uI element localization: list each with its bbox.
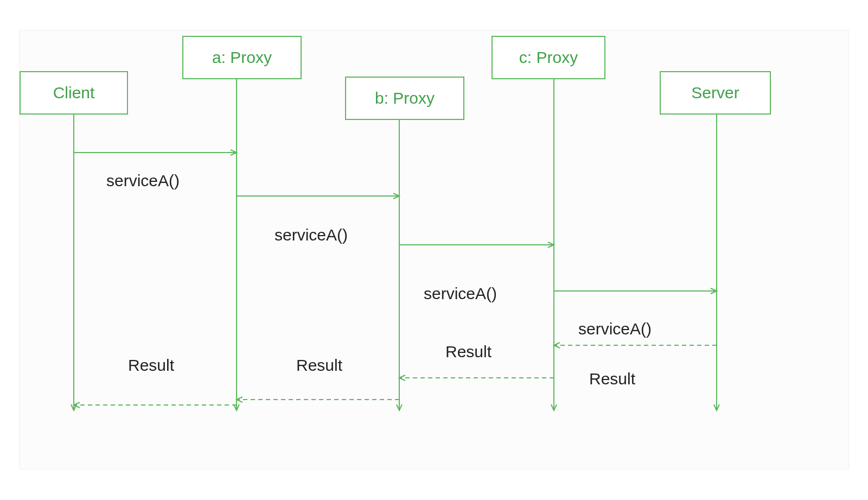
participant-proxy-b-label: b: Proxy — [375, 89, 435, 107]
message-label-r4: Result — [589, 370, 635, 388]
message-label-r3: Result — [445, 343, 492, 361]
message-label-m2: serviceA() — [275, 226, 348, 244]
message-label-r2: Result — [296, 356, 342, 375]
message-label-m1: serviceA() — [106, 172, 180, 190]
participant-proxy-c-label: c: Proxy — [519, 48, 578, 67]
participant-proxy-c: c: Proxy — [492, 36, 605, 79]
message-label-m4: serviceA() — [578, 320, 652, 338]
participant-server-label: Server — [691, 84, 739, 102]
participant-client: Client — [20, 71, 128, 115]
participant-proxy-b: b: Proxy — [345, 77, 464, 120]
diagram-canvas: Client a: Proxy b: Proxy c: Proxy Server… — [19, 30, 849, 470]
message-label-r1: Result — [128, 356, 174, 375]
participant-proxy-a: a: Proxy — [182, 36, 302, 79]
participant-server: Server — [660, 71, 771, 115]
message-label-m3: serviceA() — [424, 284, 497, 303]
participant-client-label: Client — [53, 84, 95, 102]
participant-proxy-a-label: a: Proxy — [212, 48, 272, 67]
